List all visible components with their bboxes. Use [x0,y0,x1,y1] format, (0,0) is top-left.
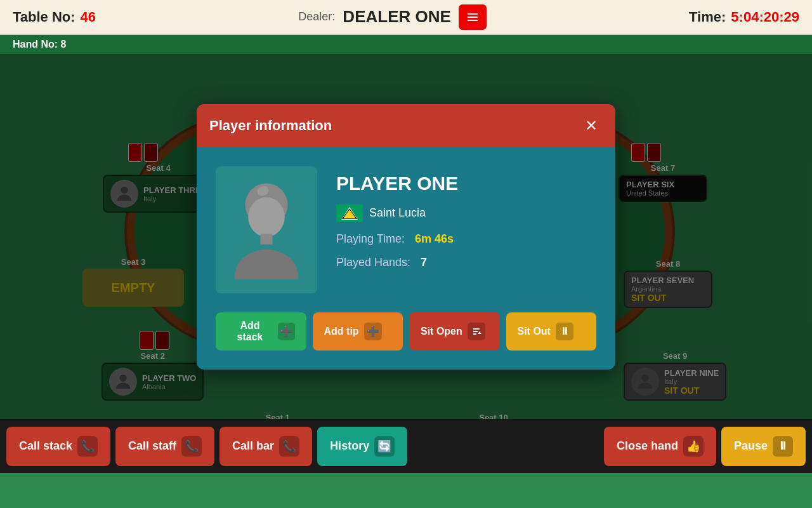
time-label: Time: [689,9,726,25]
hand-no: Hand No: 8 [0,35,812,54]
sit-out-label: Sit Out [518,326,551,337]
played-hands-value: 7 [421,256,427,269]
call-stack-button[interactable]: Call stack 📞 [6,427,110,466]
modal-country-name: Saint Lucia [369,206,426,220]
call-bar-button[interactable]: Call bar 📞 [219,427,312,466]
call-staff-icon: 📞 [181,436,202,457]
sit-open-icon [468,323,485,340]
played-hands-row: Played Hands: 7 [336,256,596,269]
add-tip-label: Add tip [324,326,359,337]
add-stack-label: Add stack [227,320,273,343]
add-tip-icon: ➕ [364,323,382,340]
dealer-section: Dealer: DEALER ONE [108,4,676,30]
call-bar-label: Call bar [232,439,274,453]
player-info-modal: Player information ✕ [197,104,615,370]
modal-body: PLAYER ONE [197,147,615,312]
playing-time-row: Playing Time: 6m 46s [336,232,596,246]
dealer-name: DEALER ONE [343,7,450,27]
close-hand-button[interactable]: Close hand 👍 [604,427,716,466]
modal-header: Player information ✕ [197,104,615,147]
modal-actions: Add stack ➕ Add tip ➕ Sit Open Sit Out ⏸ [197,312,615,370]
modal-title: Player information [209,117,332,134]
call-staff-button[interactable]: Call staff 📞 [115,427,214,466]
table-no-value: 46 [81,9,96,25]
modal-overlay: Player information ✕ [0,54,812,419]
history-icon: 🔄 [374,436,395,457]
table-no-section: Table No: 46 [0,9,108,25]
svg-marker-12 [478,331,481,334]
call-stack-label: Call stack [19,439,72,453]
history-button[interactable]: History 🔄 [317,427,407,466]
pause-button[interactable]: Pause ⏸ [721,427,806,466]
close-hand-label: Close hand [617,439,678,453]
player-portrait [216,166,317,293]
svg-point-6 [248,197,285,236]
add-stack-button[interactable]: Add stack ➕ [216,312,306,351]
dealer-label: Dealer: [298,10,335,23]
modal-close-button[interactable]: ✕ [580,114,603,137]
bottom-bar: Call stack 📞 Call staff 📞 Call bar 📞 His… [0,419,812,473]
sit-out-icon: ⏸ [556,323,573,340]
history-label: History [330,439,369,453]
player-country-row: Saint Lucia [336,204,596,222]
dealer-icon[interactable] [459,4,487,30]
table-no-label: Table No: [13,9,75,25]
playing-time-value: 6m 46s [415,232,454,246]
add-stack-icon: ➕ [278,323,294,340]
time-section: Time: 5:04:20:29 [676,9,812,25]
call-bar-icon: 📞 [279,436,299,457]
player-details: PLAYER ONE [336,166,596,293]
sit-out-button[interactable]: Sit Out ⏸ [506,312,597,351]
saint-lucia-flag [336,204,363,222]
pause-icon: ⏸ [773,436,793,457]
call-staff-label: Call staff [128,439,176,453]
sit-open-button[interactable]: Sit Open [409,312,500,351]
playing-time-label: Playing Time: [336,232,405,246]
played-hands-label: Played Hands: [336,256,410,269]
svg-rect-7 [260,234,272,244]
add-tip-button[interactable]: Add tip ➕ [313,312,403,351]
call-stack-icon: 📞 [77,436,98,457]
table-area: Seat 1 PLAYER ONE Saint Lucia Seat 2 PLA… [0,54,812,473]
modal-player-name: PLAYER ONE [336,173,596,194]
close-hand-icon: 👍 [683,436,704,457]
sit-open-label: Sit Open [421,326,462,337]
time-value: 5:04:20:29 [731,9,799,25]
pause-label: Pause [734,439,768,453]
